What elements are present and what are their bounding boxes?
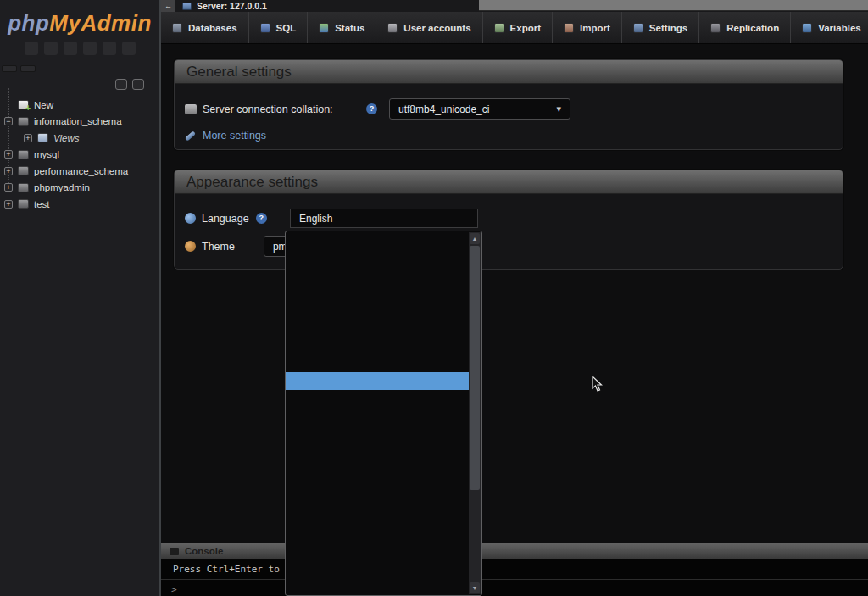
unexpand-all-icon[interactable]: [132, 79, 144, 90]
sidebar-quick-tabs: [2, 65, 159, 72]
tree-item-new[interactable]: New: [0, 97, 159, 114]
tree-item-label: test: [34, 199, 50, 209]
console-label: Console: [185, 546, 223, 556]
docs-icon[interactable]: [83, 42, 97, 55]
tab-label: Import: [580, 23, 610, 33]
sidebar-tab-favorites[interactable]: [20, 65, 36, 72]
more-settings-link[interactable]: More settings: [185, 130, 831, 142]
tab-sql[interactable]: SQL: [249, 12, 309, 43]
tree-item-label: phpmyadmin: [34, 182, 90, 192]
phpmyadmin-logo[interactable]: phpMyAdmin: [0, 0, 159, 36]
back-button[interactable]: ←: [161, 0, 175, 12]
language-option[interactable]: [286, 544, 469, 561]
collation-label: Server connection collation:: [203, 103, 333, 115]
console-bar[interactable]: Console: [161, 543, 868, 559]
language-globe-icon: [185, 213, 196, 224]
tree-item-test[interactable]: + test: [0, 196, 159, 213]
language-option[interactable]: [286, 527, 469, 544]
language-option[interactable]: [286, 270, 469, 287]
expander-icon[interactable]: +: [4, 183, 13, 192]
language-select[interactable]: English: [290, 209, 478, 228]
tab-variables[interactable]: Variables: [791, 12, 868, 43]
language-option[interactable]: [286, 579, 469, 596]
export-icon: [494, 23, 504, 33]
general-settings-title: General settings: [175, 60, 843, 84]
database-icon: [18, 117, 29, 126]
logout-icon[interactable]: [44, 42, 58, 55]
top-navigation-tabs: Databases SQL Status User accounts Expor…: [161, 12, 868, 44]
language-option[interactable]: [286, 407, 469, 424]
expander-icon[interactable]: +: [4, 200, 13, 209]
help-icon[interactable]: [64, 42, 77, 55]
navigation-sidebar: phpMyAdmin New − information_schema: [0, 0, 161, 596]
collation-select[interactable]: utf8mb4_unicode_ci ▾: [389, 98, 570, 120]
tab-export[interactable]: Export: [483, 12, 553, 43]
language-option[interactable]: [286, 459, 469, 476]
scroll-down-icon[interactable]: ▼: [470, 582, 480, 593]
tab-databases[interactable]: Databases: [161, 12, 249, 43]
status-icon: [319, 23, 329, 33]
language-option[interactable]: [286, 510, 469, 527]
language-option[interactable]: [286, 442, 469, 459]
general-settings-panel: General settings Server connection colla…: [174, 59, 843, 150]
database-icon: [18, 166, 29, 175]
collation-selected-value: utf8mb4_unicode_ci: [398, 103, 489, 115]
tab-import[interactable]: Import: [553, 12, 622, 43]
language-option[interactable]: [286, 287, 469, 304]
tab-label: User accounts: [403, 23, 470, 33]
appearance-settings-title: Appearance settings: [175, 170, 843, 194]
sidebar-icon-toolbar: [0, 42, 159, 55]
language-dropdown: ▲ ▼: [285, 231, 482, 596]
language-help-icon[interactable]: ?: [256, 213, 267, 224]
sql-icon: [260, 23, 270, 33]
theme-icon: [185, 241, 196, 252]
database-icon: [18, 183, 29, 192]
tab-replication[interactable]: Replication: [699, 12, 791, 43]
language-selected-value: English: [299, 213, 332, 225]
tree-item-label: performance_schema: [34, 166, 128, 176]
language-option[interactable]: [286, 372, 469, 389]
expander-icon[interactable]: +: [4, 167, 13, 175]
expander-icon[interactable]: +: [4, 150, 13, 159]
language-option[interactable]: [286, 493, 469, 510]
console-input[interactable]: Press Ctrl+Enter to e: [161, 559, 868, 580]
tab-label: Databases: [188, 23, 237, 33]
language-option[interactable]: [286, 235, 469, 252]
panel-settings-icon[interactable]: [103, 42, 116, 55]
scrollbar-thumb[interactable]: [470, 246, 480, 490]
database-tree: New − information_schema + Views + mysql…: [0, 97, 159, 213]
expander-icon[interactable]: +: [24, 134, 32, 142]
scroll-up-icon[interactable]: ▲: [470, 233, 480, 244]
tree-item-views[interactable]: + Views: [0, 130, 159, 147]
language-option[interactable]: [286, 424, 469, 441]
language-option[interactable]: [286, 338, 469, 355]
language-option[interactable]: [286, 562, 469, 579]
language-option[interactable]: [286, 252, 469, 269]
language-option[interactable]: [286, 320, 469, 337]
expander-icon[interactable]: −: [4, 117, 13, 125]
tree-item-performance-schema[interactable]: + performance_schema: [0, 163, 159, 180]
sidebar-tab-recent[interactable]: [2, 65, 17, 72]
tree-item-phpmyadmin[interactable]: + phpmyadmin: [0, 180, 159, 197]
language-option[interactable]: [286, 390, 469, 407]
collation-help-icon[interactable]: ?: [366, 103, 377, 114]
tab-settings[interactable]: Settings: [622, 12, 699, 43]
reload-navigation-icon[interactable]: [122, 42, 136, 55]
collapse-all-icon[interactable]: [115, 79, 127, 90]
language-option[interactable]: [286, 304, 469, 320]
tab-user-accounts[interactable]: User accounts: [376, 12, 482, 43]
dropdown-scrollbar[interactable]: ▲ ▼: [469, 232, 481, 594]
tab-status[interactable]: Status: [308, 12, 376, 43]
language-option[interactable]: [286, 355, 469, 372]
top-gray-strip: [479, 0, 868, 11]
database-icon: [18, 100, 29, 109]
server-icon: [182, 3, 192, 10]
wrench-icon: [185, 131, 196, 141]
phpmyadmin-app: phpMyAdmin New − information_schema: [0, 0, 868, 596]
console-icon: [170, 548, 179, 555]
language-option[interactable]: [286, 476, 469, 493]
tree-item-mysql[interactable]: + mysql: [0, 147, 159, 164]
home-icon[interactable]: [25, 42, 38, 55]
logo-myadmin: MyAdmin: [49, 10, 152, 36]
tree-item-information-schema[interactable]: − information_schema: [0, 114, 159, 131]
